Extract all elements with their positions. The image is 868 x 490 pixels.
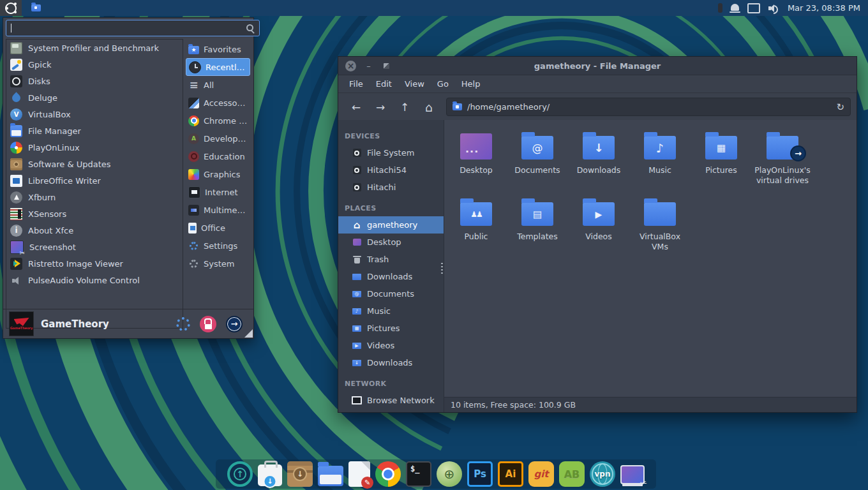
category-accessories[interactable]: Accessories <box>186 94 250 112</box>
dock-package-installer-icon[interactable] <box>287 461 313 487</box>
sidebar-item-videos[interactable]: Videos <box>338 337 444 354</box>
dock-photoshop-icon[interactable]: Ps <box>467 461 493 487</box>
menu-edit[interactable]: Edit <box>370 79 398 89</box>
category-office[interactable]: Office <box>186 219 250 237</box>
menu-help[interactable]: Help <box>455 79 487 89</box>
tray-handle[interactable] <box>718 3 722 13</box>
file-downloads[interactable]: Downloads <box>568 129 629 195</box>
menu-app-xsensors[interactable]: XSensors <box>6 205 183 222</box>
file-videos[interactable]: Videos <box>568 195 629 262</box>
close-button[interactable] <box>345 61 356 71</box>
menu-app-software-updates[interactable]: Software & Updates <box>6 156 183 172</box>
volume-icon[interactable] <box>768 4 779 13</box>
menu-file[interactable]: File <box>343 79 370 89</box>
file-pictures[interactable]: Pictures <box>691 129 752 195</box>
dock-illustrator-icon[interactable]: Ai <box>498 461 523 487</box>
menu-app-libreoffice-writer[interactable]: LibreOffice Writer <box>6 172 183 189</box>
category-settings[interactable]: Settings <box>186 237 250 255</box>
menu-app-disks[interactable]: Disks <box>6 73 183 89</box>
avatar[interactable]: GameTheory <box>9 311 34 336</box>
home-button[interactable] <box>417 98 441 117</box>
dock-screenshot-icon[interactable] <box>620 465 645 484</box>
clock[interactable]: Mar 23, 08:38 PM <box>788 3 860 13</box>
category-favorites[interactable]: Favorites <box>186 40 250 58</box>
sidebar-item-desktop[interactable]: Desktop <box>338 234 444 251</box>
file-view[interactable]: DesktopDocumentsDownloadsMusicPicturesPl… <box>444 120 857 412</box>
menu-app-system-profiler-and-benchmark[interactable]: System Profiler and Benchmark <box>6 40 183 56</box>
category-chrome-apps[interactable]: Chrome Apps <box>186 112 250 130</box>
dock-software-center-icon[interactable] <box>258 464 282 486</box>
resize-grip[interactable] <box>244 329 253 338</box>
sidebar-scrollbar[interactable] <box>441 263 443 276</box>
file-desktop[interactable]: Desktop <box>445 129 507 195</box>
sidebar-item-gametheory[interactable]: gametheory <box>338 216 444 234</box>
category-all[interactable]: All <box>186 76 250 94</box>
sidebar-item-hitachi54[interactable]: Hitachi54 <box>338 161 444 179</box>
sidebar-item-hitachi[interactable]: Hitachi <box>338 179 444 196</box>
menu-app-ristretto-image-viewer[interactable]: Ristretto Image Viewer <box>6 255 183 272</box>
up-button[interactable] <box>393 98 417 117</box>
search-input[interactable] <box>11 23 246 34</box>
dock-android-studio-icon[interactable] <box>437 461 462 487</box>
sidebar-item-downloads[interactable]: Downloads <box>338 354 444 371</box>
file-playonlinux-s-virtual-drives[interactable]: PlayOnLinux's virtual drives <box>752 129 813 195</box>
sidebar-item-documents[interactable]: Documents <box>338 285 444 302</box>
menu-view[interactable]: View <box>398 79 431 89</box>
dock-software-updater-icon[interactable] <box>227 461 253 487</box>
file-music[interactable]: Music <box>629 129 691 195</box>
lock-screen-button[interactable] <box>200 316 216 332</box>
dock-ab-icon[interactable]: AB <box>559 461 585 487</box>
sidebar-item-music[interactable]: Music <box>338 302 444 320</box>
notifications-icon[interactable] <box>731 4 739 11</box>
menu-app-pulseaudio-volume-control[interactable]: PulseAudio Volume Control <box>6 272 183 288</box>
reload-button[interactable] <box>836 101 844 113</box>
app-label: Disks <box>28 77 50 86</box>
category-multimedia[interactable]: Multimedia <box>186 201 250 219</box>
menu-app-virtualbox[interactable]: VirtualBox <box>6 106 183 122</box>
file-documents[interactable]: Documents <box>507 129 568 195</box>
menu-app-playonlinux[interactable]: PlayOnLinux <box>6 139 183 156</box>
display-icon[interactable] <box>747 3 760 13</box>
dock-git-icon[interactable]: git <box>528 461 554 487</box>
app-label: Ristretto Image Viewer <box>28 259 123 269</box>
category-graphics[interactable]: Graphics <box>186 165 250 183</box>
sidebar-item-file-system[interactable]: File System <box>338 144 444 161</box>
sidebar-item-label: Hitachi54 <box>367 165 407 175</box>
category-education[interactable]: Education <box>186 147 250 165</box>
forward-button[interactable] <box>368 98 393 117</box>
menu-app-file-manager[interactable]: File Manager <box>6 122 183 139</box>
recently-used-icon <box>189 61 201 73</box>
dock-terminal-icon[interactable]: $_ <box>406 461 431 487</box>
sidebar-item-browse-network[interactable]: Browse Network <box>338 392 444 409</box>
file-templates[interactable]: Templates <box>507 195 568 262</box>
path-bar[interactable]: /home/gametheory/ <box>446 98 851 116</box>
sidebar-item-downloads[interactable]: Downloads <box>338 268 444 285</box>
file-public[interactable]: Public <box>445 195 507 262</box>
applications-menu-button[interactable] <box>0 0 22 16</box>
minimize-button[interactable] <box>363 61 374 71</box>
sidebar-item-pictures[interactable]: Pictures <box>338 320 444 337</box>
search-box[interactable] <box>6 20 260 36</box>
back-button[interactable] <box>344 98 368 117</box>
menu-app-screenshot[interactable]: Screenshot <box>6 239 183 255</box>
menu-app-deluge[interactable]: Deluge <box>6 89 183 106</box>
taskbar-item-file-manager[interactable] <box>28 0 43 16</box>
dock-file-manager-icon[interactable] <box>318 466 343 486</box>
logout-button[interactable] <box>226 316 243 332</box>
menu-app-gpick[interactable]: Gpick <box>6 56 183 73</box>
file-virtualbox-vms[interactable]: VirtualBox VMs <box>629 195 691 262</box>
menu-go[interactable]: Go <box>431 79 455 89</box>
category-recently-used[interactable]: Recently Used <box>186 58 250 76</box>
maximize-button[interactable] <box>381 61 392 71</box>
menu-app-xfburn[interactable]: Xfburn <box>6 189 183 205</box>
category-development[interactable]: Development <box>186 130 250 147</box>
sidebar-item-trash[interactable]: Trash <box>338 251 444 268</box>
category-internet[interactable]: Internet <box>186 183 250 201</box>
menu-app-about-xfce[interactable]: About Xfce <box>6 222 183 239</box>
titlebar[interactable]: gametheory - File Manager <box>338 57 857 75</box>
dock-vpn-icon[interactable]: vpn <box>590 461 615 487</box>
category-system[interactable]: System <box>186 255 250 272</box>
settings-button[interactable] <box>176 317 190 331</box>
dock-text-editor-icon[interactable] <box>348 461 370 487</box>
dock-chrome-icon[interactable] <box>375 461 401 487</box>
